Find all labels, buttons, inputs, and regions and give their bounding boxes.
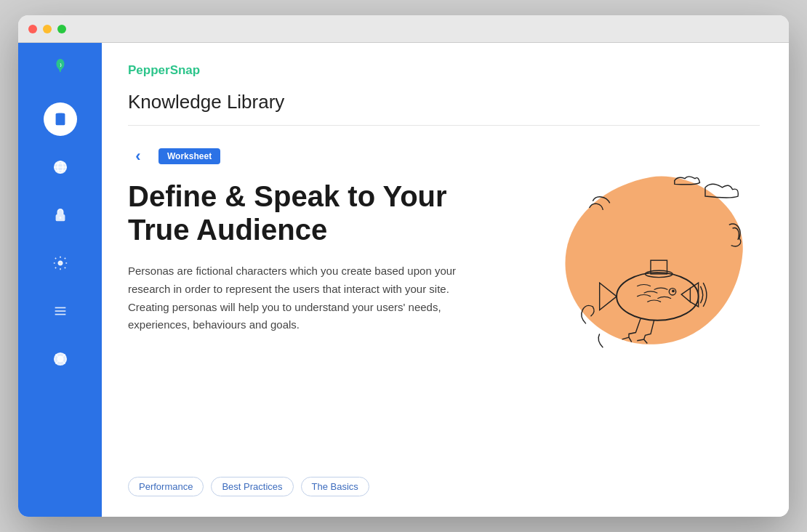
- article-body: Personas are fictional characters which …: [128, 262, 477, 334]
- svg-rect-2: [57, 118, 63, 119]
- browser-content: PepperSnap Knowledge Library ‹ Worksheet…: [18, 43, 789, 517]
- svg-point-23: [672, 290, 675, 293]
- svg-point-11: [58, 261, 63, 265]
- main-area: PepperSnap Knowledge Library ‹ Worksheet…: [102, 43, 789, 517]
- sidebar-item-library[interactable]: [44, 102, 77, 136]
- back-and-tag: ‹ Worksheet: [128, 146, 498, 166]
- content-area: ‹ Worksheet Define & Speak to Your True …: [128, 146, 760, 496]
- content-right: [513, 146, 760, 496]
- sidebar-item-lock[interactable]: [44, 198, 77, 232]
- svg-rect-1: [57, 116, 63, 117]
- svg-point-16: [57, 356, 63, 361]
- browser-titlebar: [18, 15, 789, 43]
- maximize-dot[interactable]: [57, 25, 66, 33]
- tag-the-basics[interactable]: The Basics: [301, 477, 369, 496]
- worksheet-badge: Worksheet: [158, 148, 220, 164]
- minimize-dot[interactable]: [43, 25, 52, 33]
- sidebar: [18, 43, 102, 517]
- page-title: Knowledge Library: [128, 91, 760, 126]
- blob-illustration: [542, 161, 760, 364]
- back-button[interactable]: ‹: [128, 146, 148, 166]
- tag-best-practices[interactable]: Best Practices: [211, 477, 293, 496]
- brand-name: PepperSnap: [128, 63, 760, 78]
- sidebar-item-settings[interactable]: [44, 246, 77, 280]
- tag-performance[interactable]: Performance: [128, 477, 204, 496]
- sidebar-item-list[interactable]: [44, 294, 77, 328]
- sidebar-item-help[interactable]: [44, 342, 77, 376]
- close-dot[interactable]: [28, 25, 37, 33]
- svg-rect-3: [57, 121, 61, 121]
- sidebar-item-globe[interactable]: [44, 150, 77, 184]
- article-title: Define & Speak to Your True Audience: [128, 180, 498, 246]
- logo: [49, 56, 71, 81]
- content-left: ‹ Worksheet Define & Speak to Your True …: [128, 146, 498, 496]
- svg-point-10: [59, 217, 61, 219]
- tags-row: Performance Best Practices The Basics: [128, 477, 498, 496]
- browser-window: PepperSnap Knowledge Library ‹ Worksheet…: [18, 15, 789, 517]
